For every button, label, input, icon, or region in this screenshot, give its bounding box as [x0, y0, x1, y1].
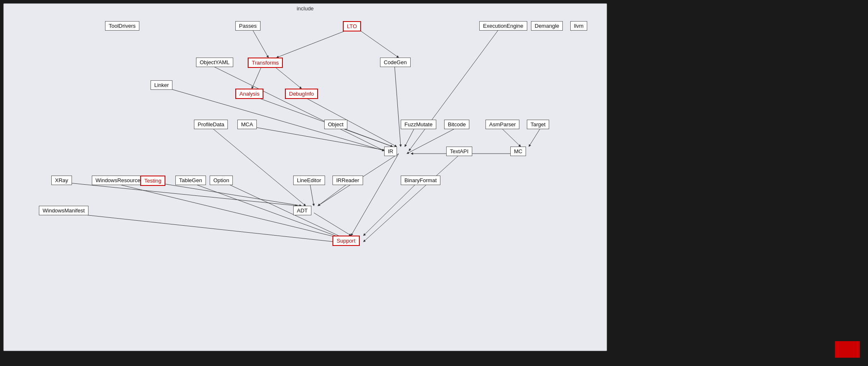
node-AsmParser: AsmParser	[485, 120, 519, 129]
node-Object: Object	[324, 120, 347, 129]
node-ObjectYAML: ObjectYAML	[196, 58, 233, 67]
node-MC: MC	[510, 147, 526, 156]
node-Linker: Linker	[151, 80, 172, 90]
node-MCA: MCA	[237, 120, 257, 129]
node-LTO: LTO	[343, 21, 361, 31]
node-XRay: XRay	[51, 176, 72, 185]
node-ProfileData: ProfileData	[194, 120, 228, 129]
node-Passes: Passes	[235, 21, 261, 31]
node-IRReader: IRReader	[332, 176, 363, 185]
node-IR: IR	[384, 147, 397, 156]
diagram-title: include	[4, 4, 607, 13]
node-Demangle: Demangle	[531, 21, 563, 31]
node-Analysis: Analysis	[235, 89, 263, 99]
red-indicator-box	[835, 341, 860, 358]
node-CodeGen: CodeGen	[380, 58, 411, 67]
node-ADT: ADT	[293, 206, 311, 215]
node-WindowsManifest: WindowsManifest	[39, 206, 88, 215]
node-Option: Option	[210, 176, 233, 185]
node-Transforms: Transforms	[248, 58, 283, 68]
node-Testing: Testing	[140, 176, 165, 186]
node-TableGen: TableGen	[175, 176, 206, 185]
node-DebugInfo: DebugInfo	[285, 89, 318, 99]
node-LineEditor: LineEditor	[293, 176, 325, 185]
node-TextAPI: TextAPI	[446, 147, 472, 156]
node-BinaryFormat: BinaryFormat	[401, 176, 440, 185]
node-Support: Support	[332, 236, 360, 246]
node-Bitcode: Bitcode	[444, 120, 469, 129]
dependency-diagram: include	[3, 3, 607, 351]
node-llvm: llvm	[570, 21, 587, 31]
node-WindowsResource: WindowsResource	[92, 176, 144, 185]
node-ToolDrivers: ToolDrivers	[105, 21, 139, 31]
node-FuzzMutate: FuzzMutate	[401, 120, 436, 129]
node-ExecutionEngine: ExecutionEngine	[479, 21, 527, 31]
node-Target: Target	[527, 120, 549, 129]
